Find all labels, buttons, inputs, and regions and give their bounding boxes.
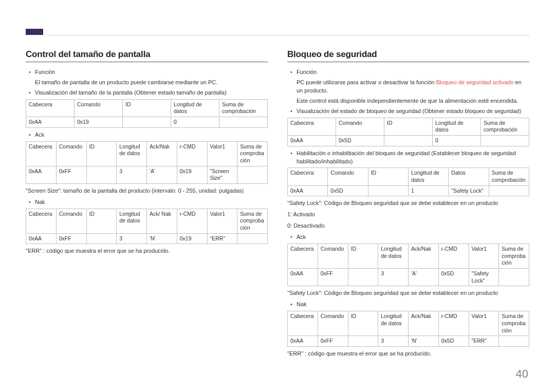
th: Ack/Nak — [147, 141, 177, 166]
td: "Safety Lock" — [469, 269, 499, 286]
th: ID — [384, 118, 433, 135]
th: Suma de comprobación — [481, 118, 529, 135]
th: Valor1 — [207, 141, 237, 166]
td: 0xAA — [26, 166, 57, 183]
th: Cabecera — [288, 118, 336, 135]
table-screen-size-ack: Cabecera Comando ID Longitud de datos Ac… — [26, 141, 268, 184]
table-screen-size-nak: Cabecera Comando ID Longitud de datos Ac… — [26, 209, 268, 245]
th: ID — [123, 99, 171, 117]
th: Comando — [75, 99, 123, 117]
table-safety-lock-nak: Cabecera Comando ID Longitud de datos Ac… — [287, 311, 529, 347]
table-screen-size-get: Cabecera Comando ID Longitud de datos Su… — [26, 99, 268, 128]
code-activated: 1: Activado — [287, 211, 529, 219]
th: Ack/Nak — [409, 244, 439, 269]
td: 3 — [378, 269, 409, 286]
td — [348, 336, 378, 347]
td: 0 — [433, 135, 481, 146]
th: Longitud de datos — [408, 168, 448, 185]
td: 0xAA — [288, 185, 328, 196]
bullet-ack-right: Ack — [287, 233, 529, 241]
td: 0xAA — [288, 269, 318, 286]
td: 0xAA — [288, 336, 318, 347]
th: Suma de comprobación — [237, 141, 268, 166]
caption-err-left: "ERR" : código que muestra el error que … — [26, 247, 268, 255]
highlight-safety-lock-on: Bloqueo de seguridad activado — [436, 79, 513, 85]
td: 0xAA — [26, 233, 57, 244]
th: Cabecera — [288, 168, 328, 185]
td — [86, 233, 117, 244]
heading-safety-lock: Bloqueo de seguridad — [287, 49, 529, 62]
th: Ack/Nak — [409, 311, 439, 336]
td: 'N' — [409, 336, 439, 347]
th: ID — [348, 244, 378, 269]
td: 0x19 — [75, 117, 123, 128]
td: 3 — [117, 166, 147, 183]
th: Longitud de datos — [378, 244, 409, 269]
table-safety-lock-set: Cabecera Comando ID Longitud de datos Da… — [287, 167, 529, 196]
td — [237, 166, 268, 183]
heading-screen-size: Control del tamaño de pantalla — [26, 49, 268, 62]
td: 'A' — [147, 166, 177, 183]
bullet-funcion-right: Función — [287, 68, 529, 77]
th: Valor1 — [469, 244, 499, 269]
th: ID — [348, 311, 378, 336]
td: 0xFF — [318, 269, 348, 286]
page-number: 40 — [516, 367, 528, 381]
th: Cabecera — [26, 99, 75, 117]
text: PC puede utilizarse para activar o desac… — [297, 79, 436, 85]
caption-err-right: "ERR" : código que muestra el error que … — [287, 350, 529, 358]
table-safety-lock-get: Cabecera Comando ID Longitud de datos Su… — [287, 118, 529, 146]
th: Longitud de datos — [378, 311, 409, 336]
th: r-CMD — [177, 209, 207, 233]
th: Suma de comprobación — [489, 168, 529, 185]
th: r-CMD — [177, 141, 207, 166]
td: 'A' — [409, 269, 439, 286]
header-rule — [47, 35, 529, 35]
td — [219, 117, 268, 128]
th: Valor1 — [469, 311, 499, 336]
th: Suma de comprobación — [219, 99, 268, 117]
th: ID — [368, 168, 408, 185]
td — [368, 185, 408, 196]
td — [499, 269, 529, 286]
th: Longitud de datos — [433, 118, 481, 135]
bullet-nak-right: Nak — [287, 301, 529, 309]
th: Comando — [318, 311, 348, 336]
th: ID — [86, 209, 117, 233]
th: Suma de comprobación — [499, 311, 529, 336]
caption-screen-size-range: "Screen Size": tamaño de la pantalla del… — [26, 187, 268, 195]
td — [489, 185, 529, 196]
th: ID — [86, 141, 117, 166]
td: 0xAA — [288, 135, 336, 146]
td: 0x5D — [328, 185, 368, 196]
th: Longitud de datos — [117, 141, 147, 166]
td: "Safety Lock" — [449, 185, 489, 196]
td: 0x5D — [438, 336, 469, 347]
td: 0xFF — [318, 336, 348, 347]
td: 0x5D — [438, 269, 469, 286]
td: 'N' — [147, 233, 177, 244]
td: 3 — [378, 336, 409, 347]
td: 0xAA — [26, 117, 75, 128]
td — [86, 166, 117, 183]
th: Ack/ Nak — [147, 209, 177, 233]
bullet-set-safety-lock: Habilitación o inhabilitación del bloque… — [287, 150, 529, 166]
code-deactivated: 0: Desactivado — [287, 222, 529, 230]
bullet-vis-safety-lock: Visualización del estado de bloqueo de s… — [287, 107, 529, 116]
th: Longitud de datos — [117, 209, 147, 233]
th: Longitud de datos — [171, 99, 219, 117]
td: 0x5D — [336, 135, 384, 146]
td: 0 — [171, 117, 219, 128]
th: r-CMD — [438, 244, 469, 269]
table-safety-lock-ack: Cabecera Comando ID Longitud de datos Ac… — [287, 244, 529, 286]
td: 0xFF — [56, 166, 86, 183]
bullet-funcion-left: Función — [26, 68, 268, 77]
td — [237, 233, 268, 244]
td — [123, 117, 171, 128]
th: Cabecera — [26, 209, 57, 233]
th: Comando — [336, 118, 384, 135]
th: Suma de comprobación — [237, 209, 268, 233]
right-column: Bloqueo de seguridad Función PC puede ut… — [287, 49, 529, 361]
funcion-text-left: El tamaño de pantalla de un producto pue… — [26, 79, 268, 87]
funcion-text-right-line2: Este control está disponible independien… — [287, 97, 529, 105]
